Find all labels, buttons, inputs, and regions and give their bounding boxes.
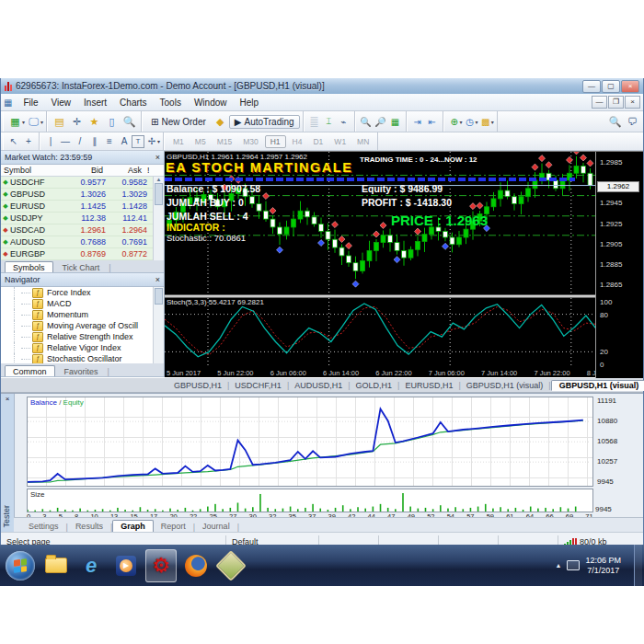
taskbar-metatrader-setup-button[interactable] [215,549,247,582]
new-order-button[interactable]: ⊞New Order [145,115,212,129]
market-watch-row[interactable]: ◆AUDUSD0.76880.76913 [1,236,164,248]
auto-scroll-icon[interactable]: ⇥ [410,114,425,130]
navigator-scrollbar[interactable] [153,287,164,363]
chat-icon[interactable]: 🗩 [624,114,641,130]
maximize-button[interactable]: ▢ [602,80,620,93]
market-watch-toggle-icon[interactable]: ▤ [51,114,68,130]
mdi-minimize-button[interactable]: — [592,96,607,109]
data-window-icon[interactable]: ✛ [68,114,86,130]
menu-view[interactable]: View [45,96,78,109]
tester-close-icon[interactable]: × [1,395,14,403]
market-watch-header[interactable]: Market Watch: 23:59:59 × [1,151,164,165]
start-button[interactable] [6,551,35,581]
taskbar-firefox-button[interactable] [180,549,212,582]
menu-charts[interactable]: Charts [113,96,153,109]
tray-expand-icon[interactable]: ▲ [556,562,562,569]
taskbar-internet-explorer-button[interactable]: e [75,549,107,582]
navigator-item-moving-average-of-oscill[interactable]: ƒMoving Average of Oscill [1,320,164,331]
market-watch-row[interactable]: ◆EURUSD1.14251.14283 [1,201,164,213]
strategy-tester-icon[interactable]: 🔍 [121,114,138,130]
tester-graph[interactable]: Balance / Equity [27,397,593,487]
menu-window[interactable]: Window [188,96,234,109]
timeframe-mn[interactable]: MN [352,136,374,147]
chart-shift-icon[interactable]: ⇤ [425,114,440,130]
market-watch-scrollbar[interactable]: ▲ [153,177,164,259]
market-watch-row[interactable]: ◆USDJPY112.38112.413 [1,213,164,224]
navigator-item-stochastic-oscillator[interactable]: ƒStochastic Oscillator [1,353,164,363]
tester-tab-graph[interactable]: Graph [112,520,154,532]
arrows-dropdown-icon[interactable]: ▾ [157,138,160,144]
tab-symbols[interactable]: Symbols [5,261,53,272]
title-bar[interactable]: 62965673: InstaForex-1Demo.com - Demo Ac… [1,78,643,94]
timeframe-m30[interactable]: M30 [238,136,263,147]
stochastic-panel[interactable]: Stoch(5,3,3) 55.4217 69.2821 [165,298,597,368]
chart-tab-1[interactable]: USDCHF,H1 [229,381,287,390]
market-watch-row[interactable]: ◆EURGBP0.87690.87723 [1,248,164,259]
fibonacci-tool-icon[interactable]: ≡ [102,133,117,149]
trendline-tool-icon[interactable]: / [73,133,87,149]
column-spread[interactable]: ! [144,166,155,175]
mdi-close-button[interactable]: × [625,96,640,109]
mdi-restore-button[interactable]: ❐ [608,96,624,109]
menu-file[interactable]: File [17,96,44,109]
navigator-toggle-icon[interactable]: ★ [86,114,103,130]
navigator-item-momentum[interactable]: ƒMomentum [1,309,164,320]
chart-tab-2[interactable]: AUDUSD,H1 [289,381,348,390]
column-ask[interactable]: Ask [106,166,144,175]
text-tool-icon[interactable]: A [117,133,132,149]
zoom-out-icon[interactable]: 🔎 [374,114,388,130]
bar-chart-icon[interactable]: 𝄛 [307,114,322,130]
tab-common[interactable]: Common [5,365,55,376]
close-button[interactable]: × [621,80,639,93]
market-watch-close-icon[interactable]: × [155,153,160,162]
timeframe-w1[interactable]: W1 [329,136,351,147]
templates-dropdown-icon[interactable]: ▾ [491,119,494,125]
time-axis[interactable]: 5 Jun 20175 Jun 22:006 Jun 06:006 Jun 14… [165,368,625,378]
tab-favorites[interactable]: Favorites [57,366,106,376]
tray-network-icon[interactable] [567,560,580,570]
search-icon[interactable]: 🔍 [606,114,624,130]
navigator-item-relative-strength-index[interactable]: ƒRelative Strength Index [1,331,164,342]
market-watch-row[interactable]: ◆USDCAD1.29611.29643 [1,224,164,236]
chart-tab-4[interactable]: EURUSD,H1 [399,381,458,390]
candlestick-chart-icon[interactable]: ⌶ [322,114,337,130]
line-chart-icon[interactable]: ⌁ [337,114,351,130]
column-bid[interactable]: Bid [67,166,106,175]
terminal-toggle-icon[interactable]: ▯ [103,114,121,130]
tester-tab-report[interactable]: Report [154,521,193,532]
taskbar-media-player-button[interactable]: ▶ [110,549,142,582]
autotrading-button[interactable]: ▶AutoTrading [229,115,300,129]
menu-tools[interactable]: Tools [154,96,188,109]
horizontal-line-tool-icon[interactable]: — [58,133,73,149]
show-desktop-button[interactable] [634,545,642,586]
chart-tab-3[interactable]: GOLD,H1 [351,381,398,390]
timeframe-h1[interactable]: H1 [265,135,286,148]
timeframe-d1[interactable]: D1 [308,136,328,147]
navigator-item-macd[interactable]: ƒMACD [1,298,164,309]
chart-tab-5[interactable]: GBPUSD,H1 (visual) [461,381,549,390]
tab-tick-chart[interactable]: Tick Chart [55,262,108,272]
menu-help[interactable]: Help [233,96,265,109]
vertical-line-tool-icon[interactable]: | [43,133,58,149]
market-watch-row[interactable]: ◆GBPUSD1.30261.30293 [1,189,164,201]
timeframe-m1[interactable]: M1 [168,136,189,147]
tester-tab-journal[interactable]: Journal [195,521,237,532]
minimize-button[interactable]: — [582,80,601,93]
tester-tab-settings[interactable]: Settings [21,521,66,532]
column-symbol[interactable]: Symbol [1,166,67,175]
text-label-tool-icon[interactable]: T [132,135,144,148]
market-watch-row[interactable]: ◆USDCHF0.95770.95825 [1,177,164,189]
chart-area[interactable]: GBPUSD,H1 1.2961 1.2964 1.2957 1.2962 EA… [165,151,643,377]
price-axis[interactable]: 1.29851.29451.29251.29051.28851.28651.29… [595,152,643,378]
timeframe-m5[interactable]: M5 [190,136,211,147]
timeframe-m15[interactable]: M15 [213,136,237,147]
tester-size-graph[interactable]: Size [27,489,593,512]
navigator-item-force-index[interactable]: ƒForce Index [1,287,164,298]
main-chart-plot[interactable]: GBPUSD,H1 1.2961 1.2964 1.2957 1.2962 EA… [165,152,597,294]
zoom-in-icon[interactable]: 🔍 [359,114,374,130]
navigator-header[interactable]: Navigator × [1,273,164,287]
navigator-close-icon[interactable]: × [155,275,160,284]
channel-tool-icon[interactable]: ∥ [87,133,102,149]
profiles-dropdown-icon[interactable]: ▾ [40,119,43,125]
menu-insert[interactable]: Insert [77,96,113,109]
